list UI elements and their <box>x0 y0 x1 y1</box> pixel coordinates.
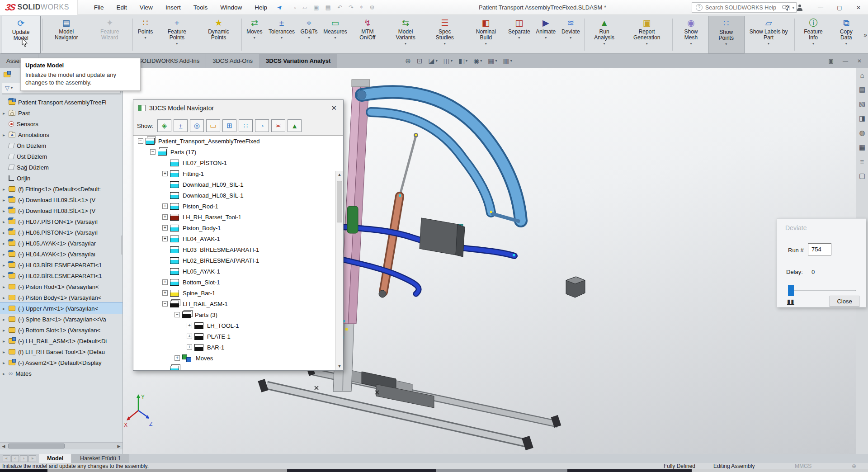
scrollbar-thumb[interactable] <box>8 444 65 448</box>
dropdown-arrow-icon[interactable]: ▾ <box>518 36 520 40</box>
scroll-up-icon[interactable]: ▲ <box>336 171 343 179</box>
show-sliders-button[interactable]: ≍ <box>271 119 285 132</box>
expand-arrow-icon[interactable]: ▸ <box>3 328 9 333</box>
dropdown-arrow-icon[interactable]: ▾ <box>281 36 283 40</box>
dropdown-arrow-icon[interactable]: ▾ <box>444 42 446 46</box>
show-mesh-button[interactable]: ◉Show Mesh▾ <box>674 16 708 53</box>
navigator-item-hl03-bi-rlesmeaparati-1[interactable]: HL03_BİRLESMEAPARATI-1 <box>133 244 335 255</box>
dropdown-arrow-icon[interactable]: ▾ <box>646 42 648 46</box>
pin-menu-icon[interactable]: ➤ <box>275 3 284 12</box>
run-number-input[interactable] <box>808 243 831 255</box>
expand-arrow-icon[interactable]: ▸ <box>3 230 9 235</box>
expand-arrow-icon[interactable]: ▸ <box>3 284 9 289</box>
expander-icon[interactable]: − <box>150 149 156 155</box>
dropdown-arrow-icon[interactable]: ▾ <box>495 59 497 63</box>
scroll-down-icon[interactable]: ▼ <box>336 363 343 370</box>
navigator-item-hl05-ayak-1[interactable]: HL05_AYAK-1 <box>133 266 335 277</box>
scrollbar-thumb[interactable] <box>337 181 342 222</box>
new-document-icon[interactable]: ▫ <box>294 4 297 11</box>
tab-3dcs-variation-analyst[interactable]: 3DCS Variation Analyst <box>259 54 337 68</box>
gd-ts-button[interactable]: ⌖GD&Ts▾ <box>297 16 321 53</box>
forum-icon[interactable]: ▢ <box>859 172 865 180</box>
decals-icon[interactable]: ▦ <box>859 143 865 151</box>
tree-item-sensors[interactable]: Sensors <box>0 118 123 129</box>
expander-icon[interactable]: − <box>138 138 143 144</box>
animate-button[interactable]: ▶Animate▾ <box>533 16 559 53</box>
options-icon[interactable]: ⚙ <box>369 4 375 11</box>
tree-item-sa-d-zlem[interactable]: Sağ Düzlem <box>0 162 123 173</box>
navigator-item-download-hl08-si-l-1[interactable]: Download_HL08_SİL-1 <box>133 190 335 201</box>
navigator-item-lh-tool-1[interactable]: +LH_TOOL-1 <box>133 320 335 331</box>
close-button[interactable]: ✕ <box>849 0 868 15</box>
navigator-item-moves[interactable]: +Moves <box>133 353 335 363</box>
menu-file[interactable]: File <box>94 4 104 11</box>
menu-edit[interactable]: Edit <box>117 4 127 11</box>
view-settings-icon[interactable]: ▥▾ <box>503 57 512 65</box>
dropdown-arrow-icon[interactable]: ▾ <box>334 36 336 40</box>
dropdown-arrow-icon[interactable]: ▾ <box>812 42 814 46</box>
delay-slider-track[interactable] <box>789 290 856 291</box>
menu-help[interactable]: Help <box>255 4 267 11</box>
expand-arrow-icon[interactable]: ▸ <box>3 252 9 257</box>
navigator-item-plate-1[interactable]: +PLATE-1 <box>133 331 335 342</box>
expander-icon[interactable]: + <box>162 236 168 241</box>
expander-icon[interactable]: + <box>162 279 168 285</box>
expand-arrow-icon[interactable]: ▸ <box>3 317 9 322</box>
dropdown-arrow-icon[interactable]: ▾ <box>485 42 487 46</box>
tree-item-past[interactable]: ▸Past <box>0 108 123 118</box>
navigator-item-fitting-1[interactable]: +Fitting-1 <box>133 168 335 179</box>
show-labels-by-part-button[interactable]: ▱Show Labels by Part▾ <box>745 16 793 53</box>
dropdown-arrow-icon[interactable]: ▾ <box>725 42 727 46</box>
tree-item-download-hl09-si-l-1-v[interactable]: ▸(-) Download HL09.SİL<1> (V <box>0 194 123 205</box>
tab-first-icon[interactable]: « <box>3 455 10 462</box>
close-icon[interactable]: ✕ <box>329 104 339 112</box>
dialog-title-bar[interactable]: 3DCS Model Navigator ✕ <box>133 100 343 116</box>
expander-icon[interactable]: + <box>175 355 180 361</box>
dropdown-arrow-icon[interactable]: ▾ <box>308 36 310 40</box>
save-icon[interactable]: ▣ <box>313 4 319 11</box>
dropdown-arrow-icon[interactable]: ▾ <box>545 36 547 40</box>
tree-item-download-hl08-si-l-1-v[interactable]: ▸(-) Download HL08.SİL<1> (V <box>0 205 123 216</box>
help-icon[interactable]: ? <box>785 4 789 11</box>
dropdown-arrow-icon[interactable]: ▾ <box>480 59 482 63</box>
dropdown-arrow-icon[interactable]: ▾ <box>405 42 406 46</box>
dropdown-arrow-icon[interactable]: ▾ <box>176 42 178 46</box>
tree-item-f-fitting-1-default-default[interactable]: ▸(f) Fitting<1> (Default<<Default: <box>0 184 123 194</box>
report-generation-button[interactable]: ▣Report Generation▾ <box>623 16 671 53</box>
navigator-item-parts-17[interactable]: −Parts (17) <box>133 146 335 157</box>
search-input[interactable] <box>705 5 780 11</box>
tab-solidworks-add-ins[interactable]: SOLIDWORKS Add-Ins <box>132 54 206 68</box>
expander-icon[interactable]: + <box>162 290 168 296</box>
feature-wizard-button[interactable]: ✦Feature Wizard <box>89 16 131 53</box>
tree-item-bottom-slot-1-varsay-lan[interactable]: ▸(-) Bottom Slot<1> (Varsayılan<​ <box>0 325 123 335</box>
run-analysis-button[interactable]: ▲Run Analysis▾ <box>586 16 623 53</box>
user-account-icon[interactable] <box>797 5 803 11</box>
expander-icon[interactable]: − <box>175 312 180 317</box>
expand-arrow-icon[interactable]: ▸ <box>3 187 9 192</box>
tree-item-piston-rod-1-varsay-lan[interactable]: ▸(-) Piston Rod<1> (Varsayılan<​ <box>0 281 123 292</box>
tree-item-mates[interactable]: ▸∞Mates <box>0 368 123 379</box>
points-button[interactable]: ∷Points▾ <box>134 16 157 53</box>
expand-arrow-icon[interactable]: ▸ <box>3 360 9 365</box>
navigator-item-spine-bar-1[interactable]: +Spine_Bar-1 <box>133 288 335 298</box>
expand-arrow-icon[interactable]: ▸ <box>3 263 9 268</box>
expander-icon[interactable]: + <box>187 334 192 339</box>
zoom-area-icon[interactable]: ⊡ <box>417 57 423 65</box>
show-gdts-button[interactable]: ⊞ <box>222 119 236 132</box>
navigator-item-hl02-bi-rlesmeaparati-1[interactable]: HL02_BİRLESMEAPARATI-1 <box>133 255 335 266</box>
dropdown-arrow-icon[interactable]: ▾ <box>845 42 847 46</box>
tree-item-hl06-pi-ston-1-varsay-l[interactable]: ▸(-) HL06.PİSTON<1> (Varsayıl <box>0 227 123 238</box>
appearances-icon[interactable]: ◍ <box>859 129 865 137</box>
dropdown-arrow-icon[interactable]: ▾ <box>690 42 692 46</box>
minimize-button[interactable]: — <box>811 0 830 15</box>
expand-arrow-icon[interactable]: ▸ <box>3 371 9 376</box>
moves-button[interactable]: ⇄Moves▾ <box>243 16 266 53</box>
expander-icon[interactable]: + <box>187 345 192 350</box>
tree-item-annotations[interactable]: ▸Annotations <box>0 129 123 140</box>
print-icon[interactable]: ▤ <box>326 4 331 11</box>
zoom-fit-icon[interactable]: ⊕ <box>405 57 411 65</box>
tree-item-hl02-bi-rlesmeaparati-1[interactable]: ▸(-) HL02.BİRLESMEAPARATI<1 <box>0 270 123 281</box>
expand-arrow-icon[interactable]: ▸ <box>3 339 9 344</box>
menu-window[interactable]: Window <box>220 4 242 11</box>
edit-appearance-icon[interactable]: ▦▾ <box>488 57 497 65</box>
